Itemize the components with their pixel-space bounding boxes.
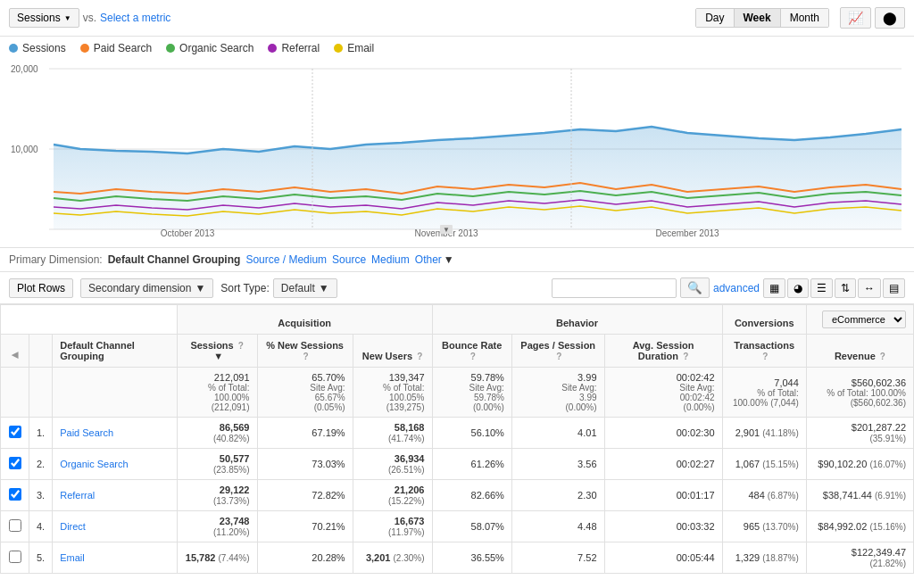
bounce-rate-2: 61.26% — [432, 449, 511, 480]
row-checkbox-5[interactable] — [9, 551, 21, 563]
legend-referral: Referral — [268, 42, 320, 54]
pct-new-sessions-col-header[interactable]: % New Sessions ? — [257, 335, 353, 368]
bounce-rate-col-header[interactable]: Bounce Rate ? — [432, 335, 511, 368]
table-controls: Plot Rows Secondary dimension ▼ Sort Typ… — [0, 271, 914, 304]
new-users-2: 36,934 (26.51%) — [353, 449, 432, 480]
metric-selector: Sessions ▼ vs. Select a metric — [9, 8, 170, 28]
sessions-sort-arrow[interactable]: ▼ — [213, 351, 223, 361]
row-checkbox-1[interactable] — [9, 426, 21, 438]
data-table: Acquisition Behavior Conversions eCommer… — [0, 304, 914, 574]
total-new-users-sub2: 100.05% — [361, 393, 425, 402]
channel-link-5[interactable]: Email — [60, 552, 85, 563]
revenue-help-icon: ? — [880, 352, 885, 361]
referral-legend-label: Referral — [281, 42, 320, 54]
new-users-col-header[interactable]: New Users ? — [353, 335, 432, 368]
sessions-5: 15,782 (7.44%) — [177, 542, 257, 574]
month-button[interactable]: Month — [781, 9, 828, 27]
collapse-button[interactable]: ◂ — [8, 347, 21, 361]
bounce-rate-help-icon: ? — [470, 352, 476, 361]
secondary-dimension-select[interactable]: Secondary dimension ▼ — [80, 278, 213, 298]
line-chart: 20,000 10,000 October 2013 November 2013… — [9, 60, 905, 238]
revenue-5: $122,349.47 (21.82%) — [806, 542, 913, 574]
medium-link[interactable]: Medium — [371, 253, 410, 266]
total-bounce-rate: 59.78% — [440, 372, 504, 383]
plot-rows-button[interactable]: Plot Rows — [9, 278, 73, 298]
total-pages-sub3: (0.00%) — [519, 402, 597, 412]
channel-link-2[interactable]: Organic Search — [60, 459, 128, 469]
data-view-button[interactable]: ▦ — [763, 278, 785, 298]
dimension-col-header: Default Channel Grouping — [53, 335, 178, 368]
total-new-users-sub1: % of Total: — [361, 383, 425, 393]
conversions-header: Conversions — [722, 305, 806, 335]
bounce-rate-1: 56.10% — [432, 418, 511, 449]
pct-new-sessions-3: 72.82% — [257, 480, 353, 511]
organic-search-dot — [166, 44, 175, 53]
row-checkbox-2[interactable] — [9, 457, 21, 469]
bounce-rate-header-label: Bounce Rate — [442, 340, 502, 351]
time-period-selector: Day Week Month — [695, 8, 829, 28]
other-link[interactable]: Other — [415, 253, 442, 266]
total-revenue-sub2: ($560,602.36) — [814, 398, 906, 408]
channel-name-2: Organic Search — [53, 449, 178, 480]
legend-organic-search: Organic Search — [166, 42, 253, 54]
sessions-dropdown[interactable]: Sessions ▼ — [9, 8, 79, 28]
advanced-link[interactable]: advanced — [713, 282, 760, 294]
performance-view-button[interactable]: ☰ — [810, 278, 833, 298]
total-avg-session-duration: 00:02:42 — [612, 372, 715, 383]
select-metric-link[interactable]: Select a metric — [100, 12, 170, 24]
source-medium-link[interactable]: Source / Medium — [245, 253, 327, 266]
channel-link-1[interactable]: Paid Search — [60, 427, 113, 438]
row-checkbox-3[interactable] — [9, 488, 21, 501]
avg-session-duration-1: 00:02:30 — [604, 418, 722, 449]
sessions-col-header[interactable]: Sessions ? ▼ — [177, 335, 257, 368]
row-num-3: 3. — [29, 480, 53, 511]
total-sessions-sub1: % of Total: — [185, 383, 250, 393]
totals-row: 212,091 % of Total: 100.00% (212,091) 65… — [1, 368, 914, 418]
channel-link-3[interactable]: Referral — [60, 490, 95, 501]
pie-chart-button[interactable]: ⬤ — [875, 7, 905, 29]
line-chart-button[interactable]: 📈 — [840, 7, 871, 29]
legend-paid-search: Paid Search — [80, 42, 152, 54]
num-col-header — [29, 335, 53, 368]
pages-per-session-2: 3.56 — [511, 449, 604, 480]
sessions-legend-label: Sessions — [22, 42, 66, 54]
search-button[interactable]: 🔍 — [680, 277, 710, 298]
other-dropdown[interactable]: Other ▼ — [415, 253, 454, 266]
search-input[interactable] — [552, 278, 677, 298]
vs-text: vs. — [83, 12, 96, 24]
sort-type-label: Sort Type: — [220, 282, 269, 294]
sessions-4: 23,748 (11.20%) — [177, 511, 257, 542]
comparison-view-button[interactable]: ⇅ — [835, 278, 856, 298]
revenue-col-header[interactable]: Revenue ? — [806, 335, 913, 368]
svg-text:20,000: 20,000 — [11, 64, 38, 74]
email-dot — [334, 44, 343, 53]
pie-view-button[interactable]: ◕ — [787, 278, 809, 298]
total-sessions-sub2: 100.00% — [185, 393, 250, 402]
revenue-4: $84,992.02 (15.16%) — [806, 511, 913, 542]
row-checkbox-4[interactable] — [9, 519, 21, 532]
table-row: 4. Direct 23,748 (11.20%) 70.21% 16,673 … — [1, 511, 914, 542]
avg-session-duration-col-header[interactable]: Avg. Session Duration ? — [604, 335, 722, 368]
row-num-4: 4. — [29, 511, 53, 542]
sort-default-select[interactable]: Default ▼ — [273, 278, 337, 298]
transactions-col-header[interactable]: Transactions ? — [722, 335, 806, 368]
table-view-button[interactable]: ▤ — [883, 278, 905, 298]
channel-link-4[interactable]: Direct — [60, 521, 86, 532]
source-link[interactable]: Source — [332, 253, 366, 266]
ecommerce-select[interactable]: eCommerce — [822, 311, 906, 328]
sessions-dot — [9, 44, 18, 53]
total-revenue: $560,602.36 — [814, 377, 906, 388]
avg-session-duration-5: 00:05:44 — [604, 542, 722, 574]
total-transactions: 7,044 — [730, 377, 799, 388]
pages-per-session-col-header[interactable]: Pages / Session ? — [511, 335, 604, 368]
total-transactions-sub1: % of Total: — [730, 388, 799, 398]
row-num-5: 5. — [29, 542, 53, 574]
pct-new-sessions-1: 67.19% — [257, 418, 353, 449]
total-avg-sub1: Site Avg: — [612, 383, 715, 393]
week-button[interactable]: Week — [735, 9, 781, 27]
total-bounce-rate-sub2: 59.78% — [440, 393, 504, 402]
top-bar-right: Day Week Month 📈 ⬤ — [695, 7, 905, 29]
pivot-view-button[interactable]: ↔ — [858, 278, 881, 298]
day-button[interactable]: Day — [696, 9, 734, 27]
pct-new-sessions-2: 73.03% — [257, 449, 353, 480]
